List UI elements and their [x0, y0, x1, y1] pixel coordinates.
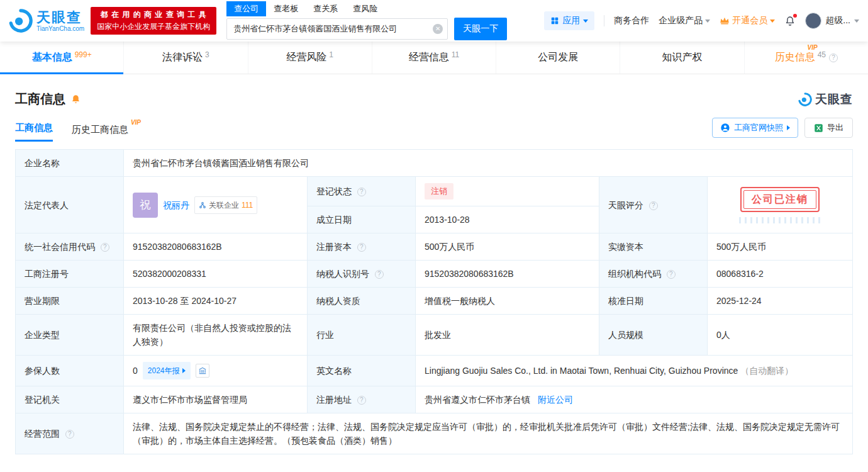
- watermark-logo-text: 天眼查: [815, 91, 853, 108]
- nav-open-vip[interactable]: 开通会员: [720, 15, 775, 26]
- tianyancha-logo-icon: [9, 9, 33, 33]
- subtab-history-business-info[interactable]: VIP 历史工商信息: [72, 124, 128, 142]
- nav-cooperation[interactable]: 商务合作: [614, 15, 649, 26]
- help-icon[interactable]: [101, 243, 109, 252]
- search-tab-company[interactable]: 查公司: [226, 1, 266, 16]
- address-text: 贵州省遵义市仁怀市茅台镇: [425, 395, 530, 405]
- label-text: 统一社会信用代码: [25, 242, 95, 252]
- value-industry: 批发业: [416, 315, 599, 356]
- label-tyc-score: 天眼评分: [599, 177, 708, 233]
- legal-rep-avatar[interactable]: 祝: [133, 193, 158, 218]
- value-establish-date: 2013-10-28: [416, 206, 599, 233]
- tab-label: 经营风险: [286, 51, 326, 64]
- annual-report-tag[interactable]: 2024年报: [143, 362, 191, 379]
- value-approval-date: 2025-12-24: [708, 288, 853, 315]
- tab-count: 3: [205, 50, 209, 59]
- value-insured-count: 0 2024年报: [124, 356, 308, 386]
- label-taxpayer-id: 纳税人识别号: [308, 261, 416, 288]
- annual-report-label: 2024年报: [148, 364, 180, 378]
- tab-label: 历史信息: [775, 52, 815, 62]
- value-reg-capital: 500万人民币: [416, 233, 599, 261]
- help-icon[interactable]: [357, 396, 366, 405]
- tab-company-development[interactable]: 公司发展: [496, 42, 620, 74]
- user-avatar: [805, 13, 821, 29]
- chevron-down-icon: [854, 20, 859, 23]
- value-org-code: 08068316-2: [708, 261, 853, 288]
- search-tab-relation[interactable]: 查关系: [306, 1, 345, 16]
- search-row: 天眼一下: [226, 18, 507, 40]
- label-paid-capital: 实缴资本: [599, 233, 708, 261]
- grid-icon: [550, 16, 559, 25]
- nav-enterprise-products[interactable]: 企业级产品: [659, 15, 710, 26]
- table-row: 企业类型 有限责任公司（非自然人投资或控股的法人独资） 行业 批发业 人员规模 …: [16, 315, 853, 356]
- tianyancha-logo[interactable]: 天眼查 TianYanCha.com: [9, 9, 84, 33]
- value-taxpayer-id: 91520382080683162B: [416, 261, 599, 288]
- export-label: 导出: [827, 122, 843, 133]
- arrow-right-icon: [787, 125, 790, 130]
- export-button[interactable]: 导出: [804, 118, 853, 138]
- top-header: 天眼查 TianYanCha.com 都 在 用 的 商 业 查 询 工 具 国…: [0, 0, 868, 42]
- related-companies-tag[interactable]: 关联企业 111: [194, 196, 257, 214]
- user-account-menu[interactable]: 超级...: [805, 13, 859, 29]
- official-snapshot-button[interactable]: 工商官网快照: [712, 118, 798, 138]
- english-name-text: Lingjiang Guojiu Sales Co., Ltd. in Maot…: [425, 366, 738, 376]
- value-company-name: 贵州省仁怀市茅台镇领酱国酒业销售有限公司: [124, 150, 853, 177]
- social-security-button[interactable]: [196, 364, 209, 378]
- nav-open-vip-label: 开通会员: [732, 15, 767, 26]
- label-business-scope: 经营范围: [16, 413, 124, 454]
- label-reg-capital: 注册资本: [308, 233, 416, 261]
- value-tyc-score: 公司已注销: [708, 177, 853, 233]
- tab-label: 基本信息: [32, 51, 72, 64]
- arrow-right-icon: [182, 368, 186, 373]
- clear-icon[interactable]: [433, 24, 443, 34]
- subscribe-bell-icon[interactable]: [70, 94, 81, 104]
- search-tab-risk[interactable]: 查风险: [345, 1, 385, 16]
- insured-number: 0: [133, 364, 138, 378]
- section-header: 工商信息 天眼查: [15, 91, 853, 108]
- tianyancha-watermark-logo: 天眼查: [798, 91, 853, 108]
- notifications-bell[interactable]: [784, 15, 796, 26]
- tab-legal-litigation[interactable]: 法律诉讼 3: [124, 42, 248, 74]
- promo-banner: 都 在 用 的 商 业 查 询 工 具 国家中小企业发展子基金旗下机构: [91, 7, 216, 35]
- related-companies-label: 关联企业: [209, 198, 239, 212]
- nearby-companies-link[interactable]: 附近公司: [538, 395, 573, 405]
- table-row: 统一社会信用代码 91520382080683162B 注册资本 500万人民币…: [16, 233, 853, 261]
- search-button[interactable]: 天眼一下: [454, 18, 507, 40]
- help-icon[interactable]: [649, 201, 658, 210]
- tab-history-info[interactable]: VIP 历史信息 45: [745, 42, 868, 74]
- value-reg-number: 520382000208331: [124, 261, 308, 288]
- value-business-scope: 法律、法规、国务院决定规定禁止的不得经营；法律、法规、国务院决定规定应当许可（审…: [124, 413, 853, 454]
- help-icon[interactable]: [357, 243, 366, 252]
- subtab-label: 历史工商信息: [72, 124, 128, 135]
- logo-cn: 天眼查: [36, 10, 84, 25]
- help-icon[interactable]: [375, 270, 384, 279]
- apps-menu-label: 应用: [562, 15, 580, 26]
- tab-intellectual-property[interactable]: 知识产权: [620, 42, 744, 74]
- nav-cooperation-label: 商务合作: [614, 15, 649, 26]
- chevron-down-icon: [705, 20, 710, 23]
- label-reg-authority: 登记机关: [16, 386, 124, 413]
- logo-text: 天眼查 TianYanCha.com: [36, 10, 84, 32]
- help-icon[interactable]: [667, 270, 676, 279]
- bank-icon: [198, 366, 207, 375]
- page-title: 工商信息: [15, 91, 65, 108]
- official-snapshot-label: 工商官网快照: [734, 122, 783, 133]
- legal-rep-name-link[interactable]: 祝丽丹: [163, 198, 189, 212]
- tab-operation-info[interactable]: 经营信息 11: [372, 42, 496, 74]
- search-input[interactable]: [226, 18, 448, 40]
- top-right-nav: 应用 商务合作 企业级产品 开通会员 超级...: [544, 11, 859, 30]
- help-icon[interactable]: [357, 188, 366, 196]
- value-taxpayer-quality: 增值税一般纳税人: [416, 288, 599, 315]
- apps-menu[interactable]: 应用: [544, 11, 594, 30]
- vip-badge: VIP: [131, 119, 141, 126]
- label-text: 注册地址: [316, 395, 352, 405]
- subtab-actions: 工商官网快照 导出: [712, 118, 853, 142]
- relation-graph-icon: [199, 201, 206, 209]
- help-icon[interactable]: [829, 53, 838, 62]
- main-content: 工商信息 天眼查 工商信息 VIP 历史工商信息: [0, 91, 868, 454]
- tab-operation-risk[interactable]: 经营风险 1: [248, 42, 372, 74]
- tab-basic-info[interactable]: 基本信息 999+: [0, 42, 124, 74]
- subtab-business-info[interactable]: 工商信息: [15, 122, 53, 142]
- help-icon[interactable]: [65, 430, 74, 439]
- search-tab-boss[interactable]: 查老板: [266, 1, 306, 16]
